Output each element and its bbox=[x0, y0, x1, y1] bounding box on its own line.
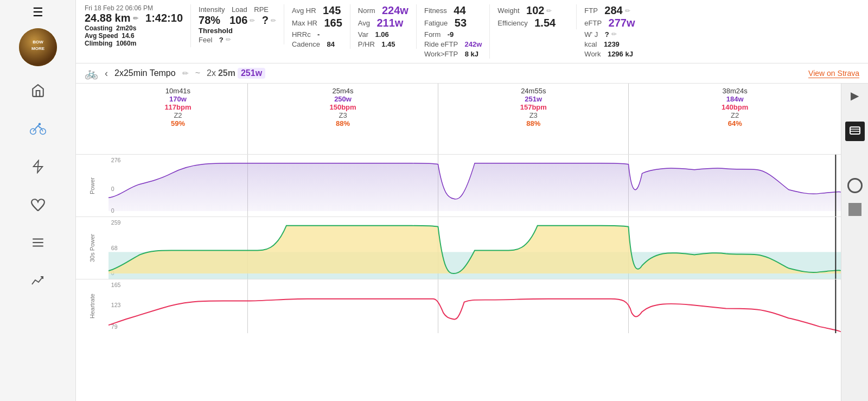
stop-button[interactable] bbox=[848, 203, 861, 216]
strava-link[interactable]: View on Strava bbox=[808, 69, 859, 78]
cadence-label: Cadence bbox=[292, 40, 320, 48]
avg-hr-row: Avg HR 145 bbox=[292, 4, 342, 17]
distance-value: 24.88 km bbox=[85, 12, 131, 24]
record-button[interactable] bbox=[847, 178, 863, 193]
sidebar-item-list[interactable] bbox=[24, 229, 52, 256]
work-ftp-value: 8 kJ bbox=[465, 50, 478, 58]
wj-label: W' J bbox=[584, 30, 598, 39]
phr-row: P/HR 1.45 bbox=[358, 39, 409, 49]
sidebar-item-cycling[interactable] bbox=[24, 115, 52, 142]
threshold-label: Threshold bbox=[199, 27, 233, 35]
max-hr-row: Max HR 165 bbox=[292, 17, 342, 29]
sidebar-item-lightning[interactable] bbox=[24, 153, 52, 180]
ride-eftp-label: Ride eFTP bbox=[424, 40, 458, 48]
svg-text:0: 0 bbox=[111, 186, 114, 192]
avg-power-row: Avg 211w bbox=[358, 17, 409, 29]
sidebar-item-home[interactable] bbox=[24, 77, 52, 104]
work-row: Work 1296 kJ bbox=[584, 49, 650, 59]
seg1-zone: Z2 bbox=[174, 111, 182, 119]
comment-button[interactable] bbox=[845, 122, 865, 141]
coasting-value: 2m20s bbox=[116, 24, 136, 32]
sidebar-item-heart[interactable] bbox=[24, 191, 52, 218]
seg1-time: 10m41s bbox=[165, 87, 190, 95]
intensity-group: Intensity Load RPE 78% 106 ✏ ? ✏ Thresho… bbox=[191, 4, 284, 44]
header-stats: Fri 18 Feb 22 06:06 PM 24.88 km ✏ 1:42:1… bbox=[76, 0, 868, 63]
svg-text:276: 276 bbox=[111, 157, 121, 163]
avg-hr-value: 145 bbox=[323, 4, 341, 17]
distance-edit-icon[interactable]: ✏ bbox=[133, 15, 138, 22]
eftp-value: 277w bbox=[609, 17, 635, 29]
wj-row2: W' J ? ✏ bbox=[584, 29, 650, 39]
workout-edit-icon[interactable]: ✏ bbox=[182, 69, 189, 78]
svg-text:MORE: MORE bbox=[31, 46, 45, 51]
prev-workout-button[interactable]: ‹ bbox=[105, 68, 108, 79]
date-distance-group: Fri 18 Feb 22 06:06 PM 24.88 km ✏ 1:42:1… bbox=[85, 4, 191, 47]
wj-value: ? bbox=[605, 30, 609, 39]
weight-edit-icon[interactable]: ✏ bbox=[546, 7, 552, 15]
power30s-chart: 259 68 0 bbox=[108, 217, 841, 279]
var-row: Var 1.06 bbox=[358, 29, 409, 39]
heartrate-chart-row: Heartrate 165 123 79 bbox=[76, 279, 841, 333]
svg-text:BOW: BOW bbox=[33, 40, 43, 44]
segments-header: 10m41s 170w 117bpm Z2 59% 25m4s 250w 150… bbox=[108, 84, 841, 154]
workout-duration: 25m bbox=[218, 68, 235, 78]
power-group: Norm 224w Avg 211w Var 1.06 P/HR 1.45 bbox=[350, 4, 417, 49]
seg2-time: 25m4s bbox=[333, 87, 354, 95]
load-value: 106 bbox=[229, 14, 247, 27]
power30s-chart-label: 30s Power bbox=[76, 217, 108, 279]
seg4-bpm: 140bpm bbox=[722, 103, 748, 111]
eftp-row: eFTP 277w bbox=[584, 17, 650, 29]
feel-edit-icon[interactable]: ✏ bbox=[226, 36, 231, 43]
avg-speed-label: Avg Speed bbox=[85, 32, 118, 40]
workout-detail: 2x 25m 251w bbox=[207, 68, 265, 79]
workout-power: 251w bbox=[238, 68, 265, 79]
svg-marker-6 bbox=[33, 161, 42, 173]
svg-rect-32 bbox=[850, 127, 860, 134]
feel-row: Feel ? ✏ bbox=[199, 35, 276, 44]
seg4-zone: Z2 bbox=[731, 111, 739, 119]
max-hr-value: 165 bbox=[324, 17, 342, 29]
avatar[interactable]: BOW MORE bbox=[19, 28, 57, 66]
rpe-edit-icon[interactable]: ✏ bbox=[271, 17, 276, 24]
menu-icon[interactable]: ☰ bbox=[33, 5, 43, 20]
sidebar: ☰ BOW MORE bbox=[0, 0, 76, 401]
power30s-svg: 259 68 0 bbox=[108, 217, 841, 279]
distance-duration: 24.88 km ✏ 1:42:10 bbox=[85, 12, 183, 24]
power-chart-label: Power bbox=[76, 155, 108, 217]
load-edit-icon[interactable]: ✏ bbox=[250, 17, 255, 24]
avg-speed-value: 14.6 bbox=[122, 32, 134, 40]
date-label: Fri 18 Feb 22 06:06 PM bbox=[85, 4, 183, 12]
ride-eftp-row: Ride eFTP 242w bbox=[424, 39, 482, 49]
efficiency-label: Efficiency bbox=[497, 19, 527, 27]
work-ftp-label: Work>FTP bbox=[424, 50, 458, 58]
speed-line: Avg Speed 14.6 bbox=[85, 32, 183, 40]
svg-text:68: 68 bbox=[111, 245, 118, 251]
seg3-bpm: 157bpm bbox=[520, 103, 547, 111]
seg4-time: 38m24s bbox=[723, 87, 748, 95]
hrrc-value: - bbox=[317, 30, 320, 39]
wj-edit-icon[interactable]: ✏ bbox=[611, 30, 617, 38]
ftp-row: FTP 284 ✏ bbox=[584, 4, 650, 17]
efficiency-row: Efficiency 1.54 bbox=[497, 17, 569, 29]
rpe-value: ? bbox=[262, 14, 269, 27]
norm-row: Norm 224w bbox=[358, 4, 409, 17]
coasting-label: Coasting bbox=[85, 24, 112, 32]
seg3-time: 24m55s bbox=[521, 87, 546, 95]
form-label: Form bbox=[424, 30, 441, 39]
coasting-line: Coasting 2m20s bbox=[85, 24, 183, 32]
norm-label: Norm bbox=[358, 7, 375, 15]
fitness-value: 44 bbox=[454, 4, 465, 17]
workout-tilde: ~ bbox=[195, 68, 200, 78]
ftp-edit-icon[interactable]: ✏ bbox=[625, 7, 630, 15]
collapse-arrow-icon[interactable]: ▶ bbox=[851, 89, 859, 102]
workout-count: 2x bbox=[207, 68, 216, 78]
intensity-label: Intensity bbox=[199, 5, 225, 14]
svg-point-5 bbox=[39, 123, 40, 125]
segment-2: 25m4s 250w 150bpm Z3 88% bbox=[248, 84, 438, 154]
weight-label: Weight bbox=[497, 7, 519, 15]
avg-hr-label: Avg HR bbox=[292, 7, 316, 15]
sidebar-item-trending[interactable] bbox=[24, 267, 52, 294]
avg-power-label: Avg bbox=[358, 19, 370, 27]
ftp-value: 284 bbox=[604, 4, 622, 17]
seg1-pct: 59% bbox=[171, 119, 185, 128]
